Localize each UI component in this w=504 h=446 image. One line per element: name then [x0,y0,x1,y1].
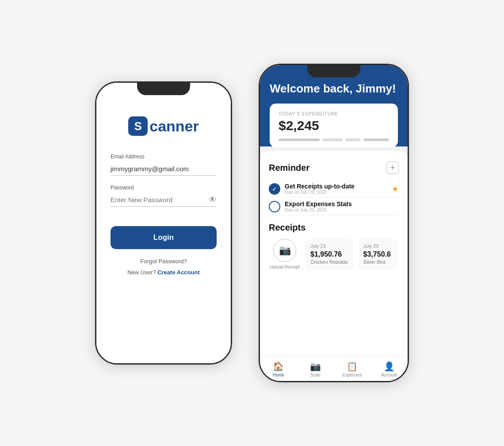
new-user-row: New User? Create Account [127,269,200,276]
eye-icon[interactable]: 👁 [209,195,217,204]
scan-icon: 📷 [310,361,321,372]
add-reminder-button[interactable]: + [386,161,399,174]
password-form-group: Password 👁 [111,185,217,207]
phones-container: S canner Email Address Password 👁 [0,0,504,446]
reminder-text-2: Export Expenses Stats Due on July 20, 20… [285,200,399,212]
reminder-title: Reminder [269,163,309,173]
email-form-group: Email Address [111,154,217,176]
nav-expenses-label: Expenses [343,373,362,377]
logo-container: S canner [128,116,199,136]
welcome-text: Welcome back, Jimmy! [270,82,398,96]
password-label: Password [111,185,217,191]
reminder-check-2[interactable] [269,201,280,212]
expenditure-bar-row [279,138,389,141]
bottom-nav: 🏠 Home 📷 Scan 📋 Expenses 👤 Account [260,356,408,381]
phone-notch-right [307,65,360,77]
reminder-due-2: Due on July 20, 2020 [285,208,399,212]
dashboard-body: Reminder + ✓ Get Receipts up-to-date Due… [260,151,408,356]
reminder-check-1[interactable]: ✓ [269,183,280,195]
account-icon: 👤 [384,361,395,372]
dashboard-screen: Welcome back, Jimmy! TODAY'S EXPENDITURE… [260,65,408,381]
logo-icon: S [128,116,148,136]
reminder-text-1: Get Receipts up-to-date Due on July 29, … [285,183,387,195]
email-input-wrap [111,162,217,176]
reminder-due-1: Due on July 29, 2020 [285,190,387,195]
star-icon-1[interactable]: ★ [392,184,399,194]
email-label: Email Address [111,154,217,160]
receipt-date-2: July 23 [363,243,393,249]
receipts-section-header: Receipts [269,223,399,233]
exp-bar-1 [279,138,320,141]
email-input[interactable] [111,162,217,175]
expenditure-amount: $2,245 [279,118,389,133]
reminder-item-1: ✓ Get Receipts up-to-date Due on July 29… [269,180,399,198]
receipt-amount-1: $1,950.76 [310,250,348,258]
nav-home-label: Home [272,373,284,377]
create-account-link[interactable]: Create Account [157,269,200,276]
nav-expenses[interactable]: 📋 Expenses [334,361,371,377]
receipt-card-1[interactable]: July 23 $1,950.76 Chicken Republic [305,239,354,269]
dashboard-phone: Welcome back, Jimmy! TODAY'S EXPENDITURE… [259,64,409,382]
nav-home[interactable]: 🏠 Home [260,361,297,377]
receipts-section: Receipts 📷 Upload Receipt July 23 $1,950… [269,223,399,273]
nav-account[interactable]: 👤 Account [371,361,408,377]
nav-scan-label: Scan [310,373,321,377]
home-icon: 🏠 [273,361,284,372]
exp-bar-4 [363,138,389,141]
forgot-password-link[interactable]: Forgot Password? [140,258,187,265]
login-button[interactable]: Login [111,226,217,249]
upload-receipt-label: Upload Receipt [270,265,300,269]
login-phone: S canner Email Address Password 👁 [95,81,232,365]
new-user-text: New User? [127,269,156,276]
expenditure-label: TODAY'S EXPENDITURE [279,112,389,116]
exp-bar-2 [322,138,343,141]
reminder-section-header: Reminder + [269,161,399,174]
expenditure-card: TODAY'S EXPENDITURE $2,245 [270,104,398,147]
upload-receipt-button[interactable]: 📷 Upload Receipt [269,239,301,269]
expenses-icon: 📋 [347,361,358,372]
reminder-title-2: Export Expenses Stats [285,200,399,208]
receipt-name-2: Silver Bird [363,259,393,265]
receipts-scroll: 📷 Upload Receipt July 23 $1,950.76 Chick… [269,239,399,273]
login-screen: S canner Email Address Password 👁 [96,83,231,363]
camera-icon: 📷 [273,239,296,262]
phone-notch-left [137,83,190,95]
receipt-card-2[interactable]: July 23 $3,750.6 Silver Bird [358,239,398,269]
nav-account-label: Account [381,373,397,377]
reminder-title-1: Get Receipts up-to-date [285,183,387,190]
receipt-amount-2: $3,750.6 [363,250,393,258]
nav-scan[interactable]: 📷 Scan [297,361,334,377]
exp-bar-3 [345,138,361,141]
password-input[interactable] [111,193,209,206]
password-input-wrap: 👁 [111,193,217,207]
receipt-name-1: Chicken Republic [310,259,348,265]
reminder-item-2: Export Expenses Stats Due on July 20, 20… [269,198,399,215]
receipts-title: Receipts [269,223,305,233]
receipt-date-1: July 23 [310,243,348,249]
check-icon-1: ✓ [272,185,277,192]
logo-text: canner [149,118,199,135]
